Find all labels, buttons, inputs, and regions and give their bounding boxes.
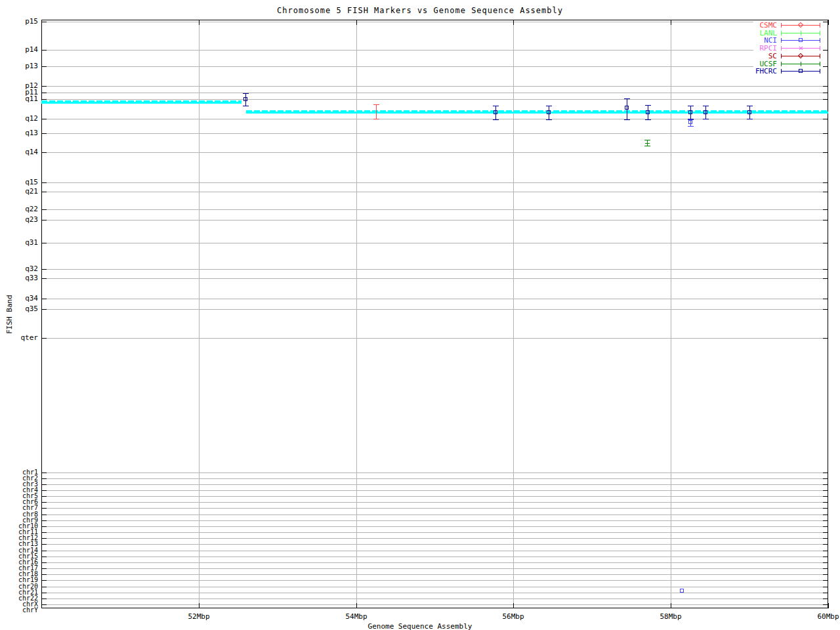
- square-marker: [704, 110, 707, 114]
- y-band-label: q22: [0, 205, 38, 213]
- error-bar-cap-bottom: [624, 119, 630, 120]
- y-band-gridline: [41, 472, 828, 473]
- error-bar-cap-top: [644, 140, 650, 140]
- y-band-tick-right: [823, 338, 828, 339]
- y-band-label: q33: [0, 274, 38, 282]
- square-marker: [646, 110, 650, 114]
- diamond-marker: [798, 53, 803, 58]
- error-bar-cap-bottom: [373, 119, 379, 119]
- y-band-gridline: [41, 490, 828, 491]
- y-band-label: q11: [0, 95, 38, 103]
- y-band-tick-right: [823, 587, 828, 587]
- assembly-span-q11-2: [246, 110, 828, 114]
- error-bar-cap-bottom: [546, 119, 552, 120]
- data-point-nci: [688, 119, 694, 127]
- y-band-gridline: [41, 598, 828, 599]
- square-marker: [625, 106, 629, 110]
- y-band-tick-right: [823, 50, 828, 51]
- x-tick-mark-top: [828, 20, 829, 25]
- y-band-gridline: [41, 593, 828, 593]
- y-band-label: q14: [0, 148, 38, 156]
- y-band-tick-left: [41, 556, 47, 557]
- legend-sample-cap-right: [820, 62, 820, 66]
- y-band-gridline: [41, 514, 828, 515]
- error-bar-cap-bottom: [645, 119, 651, 120]
- y-band-tick-right: [823, 574, 828, 575]
- y-band-tick-right: [823, 490, 828, 491]
- legend-sample: [781, 68, 820, 75]
- y-band-tick-right: [823, 278, 828, 279]
- y-band-tick-left: [41, 568, 47, 569]
- y-band-tick-left: [41, 309, 47, 310]
- x-gridline: [199, 20, 200, 608]
- y-band-gridline: [41, 551, 828, 551]
- legend-label: SC: [768, 52, 777, 60]
- legend-sample: [781, 52, 820, 60]
- y-band-gridline: [41, 496, 828, 497]
- y-band-tick-left: [41, 278, 47, 279]
- y-band-tick-right: [823, 66, 828, 67]
- y-band-tick-left: [41, 220, 47, 220]
- y-band-tick-right: [823, 593, 828, 593]
- y-band-gridline: [41, 243, 828, 243]
- y-band-tick-left: [41, 484, 47, 485]
- y-band-tick-left: [41, 598, 47, 599]
- y-band-gridline: [41, 562, 828, 563]
- legend-sample: [781, 30, 820, 37]
- y-band-gridline: [41, 478, 828, 479]
- y-band-label: qter: [0, 334, 38, 342]
- y-band-tick-left: [41, 269, 47, 270]
- y-band-tick-right: [823, 119, 828, 119]
- legend-sample: [781, 22, 820, 30]
- legend-sample-cap-left: [781, 23, 782, 28]
- y-band-label: q35: [0, 305, 38, 313]
- error-bar-line: [376, 104, 377, 119]
- legend-sample-cap-right: [820, 31, 820, 35]
- y-band-tick-left: [41, 526, 47, 527]
- legend-sample: [781, 45, 820, 52]
- y-band-tick-right: [823, 496, 828, 497]
- y-band-tick-left: [41, 93, 47, 93]
- error-bar-cap-bottom: [688, 119, 694, 119]
- plus-marker: [645, 141, 650, 146]
- y-band-tick-right: [823, 551, 828, 551]
- x-gridline: [356, 20, 357, 608]
- legend-sample-cap-right: [820, 46, 820, 51]
- y-band-tick-right: [823, 86, 828, 87]
- y-band-gridline: [41, 484, 828, 485]
- y-band-tick-left: [41, 338, 47, 339]
- y-band-tick-right: [823, 269, 828, 270]
- x-tick-mark-top: [671, 20, 671, 25]
- legend-row-fhcrc: FHCRC: [753, 68, 823, 75]
- plus-marker: [799, 31, 803, 35]
- y-band-gridline: [41, 604, 828, 605]
- y-band-gridline: [41, 152, 828, 153]
- y-band-tick-left: [41, 490, 47, 491]
- y-band-tick-left: [41, 532, 47, 533]
- x-tick-mark-bottom: [828, 603, 829, 608]
- square-marker: [547, 110, 551, 114]
- y-band-tick-left: [41, 604, 47, 605]
- y-band-tick-left: [41, 574, 47, 575]
- y-band-label: p15: [0, 18, 38, 26]
- y-band-label: p14: [0, 46, 38, 54]
- legend-row-sc: SC: [753, 52, 823, 60]
- square-marker: [799, 38, 803, 42]
- data-point-fhcrc: [688, 106, 694, 119]
- y-band-gridline: [41, 278, 828, 279]
- legend-sample-cap-left: [781, 54, 782, 58]
- diamond-marker: [798, 22, 803, 28]
- plus-marker-v: [801, 62, 801, 66]
- y-band-tick-left: [41, 551, 47, 551]
- x-tick-label: 58Mbp: [651, 612, 690, 621]
- y-band-gridline: [41, 119, 828, 119]
- y-band-tick-right: [823, 532, 828, 533]
- y-band-tick-right: [823, 99, 828, 100]
- square-marker: [680, 589, 684, 593]
- legend-sample-cap-left: [781, 38, 782, 43]
- y-band-gridline: [41, 133, 828, 134]
- y-band-tick-left: [41, 119, 47, 119]
- error-bar-cap-top: [493, 106, 499, 106]
- data-point-fhcrc: [243, 93, 249, 106]
- x-tick-mark-top: [356, 20, 357, 25]
